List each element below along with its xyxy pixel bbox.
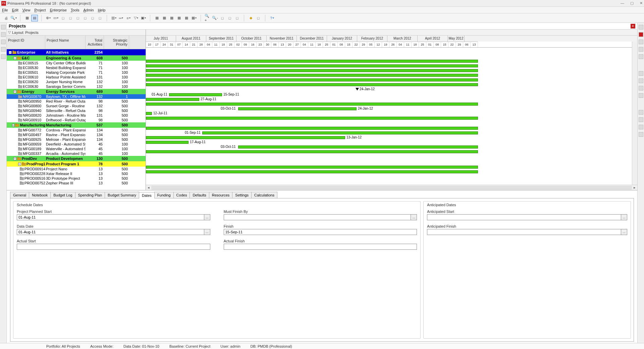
toolbar-icon-1[interactable]: ▦ [24, 15, 31, 21]
gantt-bar[interactable] [146, 83, 478, 86]
eps-row[interactable]: −E&CEngineering & Cons608500 [7, 55, 146, 61]
eps-row[interactable]: −ProdProg1Product Program 178500 [7, 161, 146, 167]
close-panel-button[interactable]: ✕ [631, 24, 635, 28]
menu-view[interactable]: View [22, 8, 31, 12]
filter-button[interactable]: ▽ [132, 15, 139, 21]
tab-settings[interactable]: Settings [232, 192, 252, 198]
project-row[interactable]: PROD00228Xstar Release II13500 [7, 171, 146, 176]
anticipated-finish-picker[interactable]: … [621, 229, 627, 235]
tab-resources[interactable]: Resources [209, 192, 233, 198]
gantt-bar[interactable] [146, 136, 345, 139]
tab-defaults[interactable]: Defaults [190, 192, 209, 198]
project-row[interactable]: NRG00910Driftwood - Refuel Outage98500 [7, 118, 146, 122]
milestone-marker[interactable] [356, 88, 359, 91]
data-date-picker[interactable]: … [204, 229, 210, 235]
gantt-bar[interactable] [146, 74, 478, 77]
group-button[interactable]: ═ [118, 15, 124, 21]
project-row[interactable]: MFG00925Melrose - Plant Expansion & M134… [7, 137, 146, 142]
project-row[interactable]: EC00501Haitang Corporate Park71100 [7, 70, 146, 75]
col-strategic-priority[interactable]: Strategic Priority [104, 36, 129, 49]
scroll-right-arrow[interactable]: ▸ [632, 185, 637, 190]
strip-icon-4[interactable] [1, 47, 6, 52]
zoom-in-button[interactable]: 🔍+ [204, 15, 211, 21]
r-strip-3[interactable] [639, 40, 643, 44]
tb-g2[interactable]: ▦ [161, 15, 168, 21]
project-row[interactable]: EC00515City Center Office Building Adc71… [7, 61, 146, 65]
project-row[interactable]: MFG00497Ravine - Plant Expansion & Mo134… [7, 132, 146, 137]
planned-start-input[interactable] [17, 215, 204, 220]
columns-button[interactable]: ▥ [110, 15, 117, 21]
expand-toggle[interactable]: − [9, 51, 12, 54]
tb-h2[interactable]: □ [226, 15, 233, 21]
eps-row[interactable]: −ManufacturingManufacturing537500 [7, 122, 146, 128]
gantt-bar[interactable] [146, 78, 478, 81]
project-row[interactable]: NRG00820Johnstown - Routine Maintena1315… [7, 113, 146, 118]
gantt-bar[interactable] [146, 170, 478, 173]
project-row[interactable]: EC00530Nesbid Building Expansion71100 [7, 65, 146, 70]
print-preview-button[interactable]: 🔍 [10, 15, 17, 21]
zoom-out-button[interactable]: 🔍- [212, 15, 218, 21]
project-row[interactable]: PROD00914Project Nano13500 [7, 167, 146, 171]
strip-icon-5[interactable] [1, 54, 6, 59]
project-row[interactable]: NRG00870Baytown, TX - Offline Mainten132… [7, 94, 146, 99]
r-strip-8[interactable] [639, 86, 643, 91]
menu-tools[interactable]: Tools [71, 8, 79, 12]
anticipated-start-input[interactable] [427, 215, 621, 220]
menu-edit[interactable]: Edit [12, 8, 18, 12]
finish-input[interactable] [224, 229, 417, 235]
project-row[interactable]: NRG00800Sunset Gorge - Routine Mainte132… [7, 104, 146, 108]
r-strip-10[interactable] [639, 110, 643, 115]
gantt-vertical-scrollbar[interactable] [632, 42, 637, 185]
actual-start-input[interactable] [17, 244, 210, 249]
toolbar-i4[interactable]: □ [82, 15, 89, 21]
col-total-activities[interactable]: Total Activities [86, 36, 104, 49]
gantt-bar[interactable] [146, 150, 478, 153]
r-strip-13[interactable] [639, 132, 643, 137]
print-button[interactable]: 🖨 [3, 15, 9, 21]
scroll-left-arrow[interactable]: ◂ [146, 185, 151, 190]
r-strip-4[interactable] [639, 47, 643, 52]
r-strip-5[interactable] [639, 54, 643, 59]
anticipated-start-picker[interactable]: … [621, 215, 627, 220]
eps-row[interactable]: −EnterpriseAll Initiatives2254 [7, 49, 146, 55]
close-button[interactable]: ✕ [640, 1, 643, 5]
anticipated-finish-input[interactable] [427, 229, 621, 235]
gantt-bar[interactable] [146, 69, 478, 72]
menu-admin[interactable]: Admin [83, 8, 94, 12]
menu-enterprise[interactable]: Enterprise [50, 8, 67, 12]
r-strip-2[interactable] [639, 32, 643, 37]
menu-file[interactable]: File [2, 8, 8, 12]
strip-icon-1[interactable] [1, 25, 6, 30]
r-strip-9[interactable] [639, 93, 643, 98]
tb-h1[interactable]: □ [219, 15, 226, 21]
tb-j2[interactable]: □ [255, 15, 262, 21]
eps-row[interactable]: −EnergyEnergy Services689500 [7, 89, 146, 94]
expand-toggle[interactable]: − [12, 124, 15, 127]
gantt-bar[interactable] [146, 117, 478, 120]
tab-codes[interactable]: Codes [173, 192, 190, 198]
strip-icon-3[interactable] [1, 40, 6, 44]
tab-general[interactable]: General [10, 192, 29, 198]
project-row[interactable]: MFG00189Waterville - Automated System451… [7, 147, 146, 151]
gantt-bar[interactable] [146, 60, 478, 63]
project-row[interactable]: EC00610Harbour Pointe Assisted Living131… [7, 75, 146, 79]
project-row[interactable]: PROD00752Zepher Phase III13500 [7, 181, 146, 185]
r-strip-11[interactable] [639, 117, 643, 122]
gantt-bar[interactable] [146, 112, 152, 115]
tb-g6[interactable]: ▦ [191, 15, 197, 21]
tb-g5[interactable]: ▦ [183, 15, 190, 21]
help-button[interactable]: ? [269, 15, 275, 21]
gantt-bar[interactable] [146, 64, 478, 67]
project-row[interactable]: MFG00659Deerfield - Automated System4510… [7, 142, 146, 147]
must-finish-picker[interactable]: … [411, 215, 417, 220]
col-project-name[interactable]: Project Name [45, 36, 86, 49]
tb-j1[interactable]: ◆ [248, 15, 254, 21]
tb-g1[interactable]: ▦ [154, 15, 160, 21]
toolbar-i5[interactable]: □ [89, 15, 96, 21]
maximize-button[interactable]: ▢ [630, 1, 634, 5]
data-date-input[interactable] [17, 229, 204, 235]
gantt-bar[interactable] [146, 103, 478, 106]
tb-g4[interactable]: ▦ [176, 15, 182, 21]
layout-button[interactable]: ▣ [140, 15, 147, 21]
toolbar-i2[interactable]: □ [67, 15, 74, 21]
